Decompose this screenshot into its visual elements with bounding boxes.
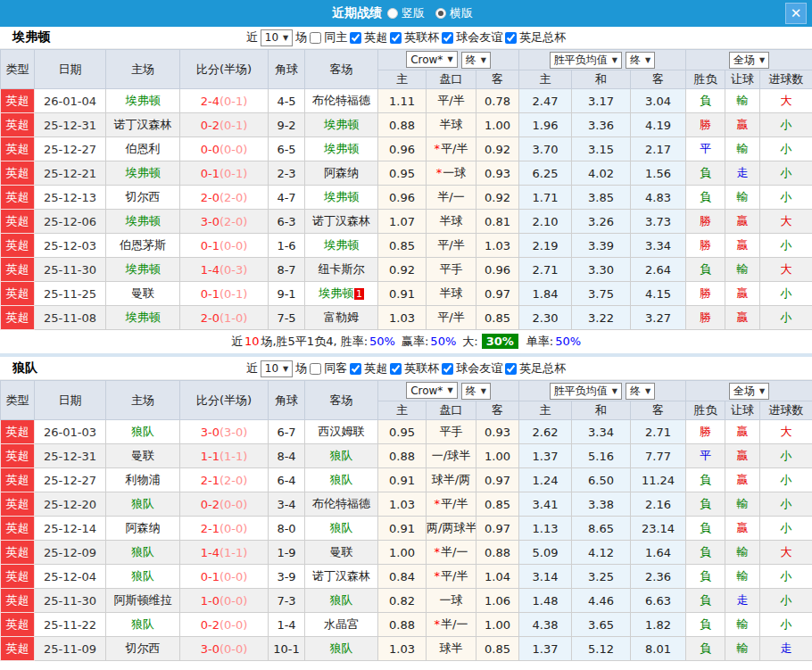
halftime-score: (0-1) bbox=[220, 287, 247, 301]
avg-draw: 3.85 bbox=[572, 186, 631, 210]
league-checkbox-2[interactable] bbox=[442, 32, 453, 44]
avg-source-dropdown[interactable]: 胜平负均值 bbox=[550, 52, 622, 69]
home-team-cell: 伯恩茅斯 bbox=[106, 234, 180, 258]
away-team-cell: 狼队 bbox=[305, 589, 378, 613]
league-checkbox-0[interactable] bbox=[350, 32, 361, 44]
avg-home: 5.09 bbox=[519, 541, 572, 565]
chevron-down-icon bbox=[645, 56, 650, 64]
corner-score: 6-4 bbox=[269, 468, 305, 492]
fulltime-score: 0-1 bbox=[201, 570, 220, 583]
away-team-cell: 曼联 bbox=[305, 541, 378, 565]
result-handicap: 輸 bbox=[725, 565, 760, 589]
league-checkbox-2[interactable] bbox=[442, 363, 453, 375]
same-venue-checkbox[interactable] bbox=[310, 363, 321, 375]
league-label-3[interactable]: 英足总杯 bbox=[519, 29, 566, 45]
away-team-name: 诺丁汉森林 bbox=[312, 214, 370, 227]
chevron-down-icon bbox=[645, 387, 650, 395]
away-team-name: 狼队 bbox=[330, 641, 353, 655]
away-team-name: 埃弗顿 bbox=[324, 238, 359, 252]
col-type: 类型 bbox=[1, 50, 35, 89]
same-venue-label[interactable]: 同主 bbox=[324, 29, 347, 45]
league-label-1[interactable]: 英联杯 bbox=[404, 29, 439, 45]
period-dropdown[interactable]: 全场 bbox=[729, 52, 769, 69]
league-label-0[interactable]: 英超 bbox=[364, 360, 387, 376]
away-team-cell: 水晶宫 bbox=[305, 613, 378, 637]
result-outcome: 負 bbox=[686, 541, 725, 565]
avg-away: 2.16 bbox=[631, 492, 686, 517]
league-label-1[interactable]: 英联杯 bbox=[404, 360, 439, 376]
handicap-changed-marker: * bbox=[435, 497, 441, 510]
away-team-name: 埃弗顿 bbox=[324, 142, 359, 155]
halftime-score: (1-1) bbox=[220, 450, 247, 463]
summary-record: 场,胜5平1负4, 胜率: bbox=[261, 334, 368, 350]
league-badge: 英超 bbox=[1, 420, 35, 444]
result-handicap: 輸 bbox=[725, 258, 760, 282]
odds-stage-dropdown[interactable]: 终 bbox=[461, 52, 491, 69]
avg-source-dropdown[interactable]: 胜平负均值 bbox=[550, 383, 622, 400]
vertical-layout-radio[interactable] bbox=[387, 8, 398, 19]
league-badge: 英超 bbox=[1, 282, 35, 306]
corner-score: 6-5 bbox=[269, 137, 305, 161]
fulltime-score: 0-1 bbox=[201, 239, 220, 252]
match-date: 25-11-22 bbox=[35, 613, 106, 637]
halftime-score: (2-0) bbox=[220, 191, 247, 204]
home-team-cell: 狼队 bbox=[106, 492, 180, 517]
match-row: 英超25-11-09切尔西3-0(0-0)10-1狼队1.03球半0.851.3… bbox=[1, 637, 812, 661]
result-outcome: 負 bbox=[686, 517, 725, 541]
avg-draw: 3.39 bbox=[572, 234, 631, 258]
avg-stage-dropdown[interactable]: 终 bbox=[626, 52, 655, 69]
avg-home: 1.84 bbox=[519, 282, 572, 306]
match-count-select[interactable]: 10 bbox=[261, 360, 293, 377]
league-checkbox-1[interactable] bbox=[390, 32, 402, 44]
odds-source-dropdown[interactable]: Crow* bbox=[406, 382, 457, 399]
vertical-layout-label[interactable]: 竖版 bbox=[402, 5, 425, 21]
summary-asian-rate: 50% bbox=[430, 335, 456, 348]
league-checkbox-1[interactable] bbox=[390, 363, 402, 375]
avg-home: 2.10 bbox=[519, 210, 572, 234]
avg-group-header: 胜平负均值 终 bbox=[519, 381, 686, 401]
league-label-2[interactable]: 球会友谊 bbox=[456, 360, 502, 376]
corner-score: 7-3 bbox=[269, 589, 305, 613]
same-venue-checkbox[interactable] bbox=[310, 32, 321, 44]
odds-source-dropdown[interactable]: Crow* bbox=[406, 51, 457, 68]
avg-away: 2.64 bbox=[631, 258, 686, 282]
home-team-cell: 切尔西 bbox=[106, 186, 180, 210]
team-header-row: 狼队 近 10 场 同客 英超 英联杯 球会友谊 英足总杯 bbox=[0, 358, 812, 380]
same-venue-label[interactable]: 同客 bbox=[324, 360, 347, 376]
horizontal-layout-label[interactable]: 横版 bbox=[450, 5, 473, 21]
home-team-cell: 曼联 bbox=[106, 282, 180, 306]
fulltime-score: 3-0 bbox=[201, 426, 220, 439]
col-date: 日期 bbox=[35, 381, 106, 420]
home-team-cell: 阿斯顿维拉 bbox=[106, 589, 180, 613]
horizontal-layout-radio[interactable] bbox=[435, 8, 446, 19]
match-count-select[interactable]: 10 bbox=[261, 29, 293, 46]
chevron-down-icon bbox=[481, 387, 486, 395]
home-team-name: 狼队 bbox=[131, 545, 154, 558]
fulltime-score: 1-4 bbox=[201, 546, 220, 559]
halftime-score: (0-0) bbox=[220, 618, 247, 632]
corner-score: 7-5 bbox=[269, 306, 305, 330]
league-checkbox-3[interactable] bbox=[505, 32, 517, 44]
league-checkbox-3[interactable] bbox=[505, 363, 517, 375]
avg-stage-dropdown[interactable]: 终 bbox=[626, 383, 655, 400]
league-checkbox-0[interactable] bbox=[350, 363, 361, 375]
handicap-line: *平/半 bbox=[427, 492, 476, 517]
odds-stage-dropdown[interactable]: 终 bbox=[461, 383, 491, 400]
odds-away: 1.03 bbox=[476, 234, 519, 258]
league-badge: 英超 bbox=[1, 306, 35, 330]
league-badge: 英超 bbox=[1, 210, 35, 234]
league-badge: 英超 bbox=[1, 137, 35, 161]
halftime-score: (0-0) bbox=[220, 498, 247, 511]
close-button[interactable] bbox=[785, 3, 807, 24]
avg-away: 1.64 bbox=[631, 541, 686, 565]
league-label-0[interactable]: 英超 bbox=[364, 29, 387, 45]
home-team-name: 诺丁汉森林 bbox=[114, 118, 172, 131]
home-team-name: 埃弗顿 bbox=[126, 310, 161, 324]
period-dropdown[interactable]: 全场 bbox=[729, 383, 769, 400]
league-label-2[interactable]: 球会友谊 bbox=[456, 29, 502, 45]
col-odds-home: 主 bbox=[378, 401, 427, 420]
league-label-3[interactable]: 英足总杯 bbox=[519, 360, 566, 376]
avg-home: 1.71 bbox=[519, 186, 572, 210]
odds-away: 0.92 bbox=[476, 186, 519, 210]
score-cell: 2-0(2-0) bbox=[180, 186, 269, 210]
